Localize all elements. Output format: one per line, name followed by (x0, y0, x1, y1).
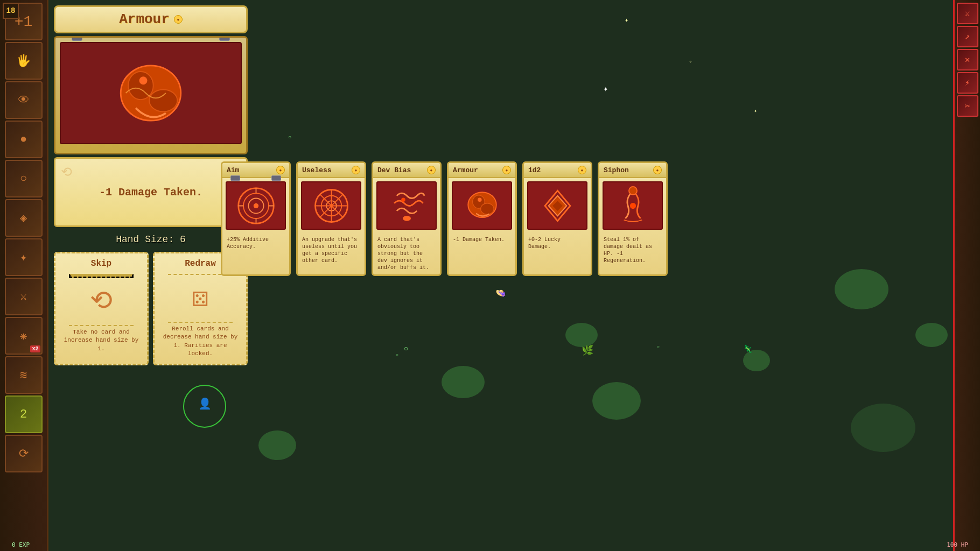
choice-card-1d2[interactable]: 1d2 ● +0-2 Lucky Damage. (522, 161, 592, 276)
choice-card-siphon-desc: Steal 1% of damage dealt as HP. -1 Regen… (599, 233, 666, 267)
svg-point-24 (478, 197, 482, 202)
hp-display: 100 HP (947, 541, 968, 548)
coin-icon: ● (174, 15, 183, 24)
choice-card-armour-body (452, 181, 512, 230)
right-sidebar: ⚔ ↗ ✕ ⚡ ✂ (953, 0, 980, 551)
choice-card-aim-body (226, 181, 286, 230)
sidebar-icon-10: 2 (20, 408, 27, 421)
card-pin-left (72, 36, 82, 41)
svg-point-23 (480, 203, 493, 214)
1d2-art (537, 186, 578, 226)
svg-point-20 (401, 197, 405, 202)
right-item-4[interactable]: ✂ (957, 95, 978, 117)
armour-title-card: Armour ● (54, 5, 248, 33)
1d2-coin-icon: ● (578, 166, 586, 174)
large-card-inner (60, 42, 242, 144)
choice-card-armour-title: Armour (453, 166, 478, 174)
choice-card-1d2-title: 1d2 (528, 166, 541, 174)
choice-card-aim-title: Aim (227, 166, 239, 174)
right-icon-2: ✕ (965, 54, 970, 65)
armour-title-text: Armour (119, 11, 170, 27)
sidebar-item-3[interactable]: ● (5, 121, 43, 158)
description-text: -1 Damage Taken. (99, 186, 202, 199)
useless-coin-icon: ● (352, 166, 360, 174)
svg-point-29 (629, 202, 635, 208)
right-item-0[interactable]: ⚔ (957, 3, 978, 24)
choice-card-devbias-desc: A card that's obviously too strong but t… (373, 233, 440, 274)
redraw-icon: ⚄ (192, 281, 208, 314)
sidebar-icon-4: ○ (20, 172, 27, 186)
choice-card-aim[interactable]: Aim ● +25% Additive Accuracy. (221, 161, 291, 276)
choice-card-siphon-header: Siphon ● (599, 163, 666, 178)
skip-description: Take no card and increase hand size by 1… (61, 328, 142, 353)
aim-coin-icon: ● (276, 166, 285, 174)
svg-point-28 (629, 186, 637, 194)
choice-card-aim-desc: +25% Additive Accuracy. (222, 233, 289, 260)
sidebar-item-1[interactable]: 🖐 (5, 42, 43, 80)
right-item-2[interactable]: ✕ (957, 49, 978, 70)
armour-card-art (61, 43, 241, 143)
choice-card-useless-desc: An upgrade that's useless until you get … (298, 233, 365, 267)
left-sidebar: +1 🖐 👁 ● ○ ◈ ✦ ⚔ ❋ x2 ≋ 2 ⟳ (0, 0, 48, 551)
right-item-3[interactable]: ⚡ (957, 72, 978, 94)
level-badge: 18 (3, 3, 19, 19)
choice-card-devbias-header: Dev Bias ● (373, 163, 440, 178)
action-cards-container: Skip ⟲ Take no card and increase hand si… (54, 252, 248, 365)
redraw-description: Reroll cards and decrease hand size by 1… (160, 325, 241, 358)
sidebar-item-11[interactable]: ⟳ (5, 435, 43, 472)
svg-point-1 (128, 72, 153, 100)
sidebar-badge-8: x2 (30, 345, 40, 352)
choice-card-useless[interactable]: Useless ● An upgrade that's useless unti… (296, 161, 366, 276)
sidebar-icon-11: ⟳ (19, 447, 29, 461)
large-card (54, 36, 248, 154)
choice-card-useless-body (301, 181, 361, 230)
sidebar-item-10[interactable]: 2 (5, 395, 43, 433)
choice-cards-container: Aim ● +25% Additive Accuracy. Useless (221, 161, 668, 276)
skip-title: Skip (91, 259, 111, 269)
armour-coin-icon: ● (502, 166, 511, 174)
svg-point-19 (403, 216, 411, 221)
devbias-coin-icon: ● (427, 166, 436, 174)
aim-art (236, 186, 276, 226)
choice-card-siphon[interactable]: Siphon ● Steal 1% of damage dealt as HP.… (598, 161, 668, 276)
svg-point-7 (253, 203, 258, 208)
sidebar-icon-8: ❋ (20, 329, 27, 343)
sidebar-item-6[interactable]: ✦ (5, 238, 43, 276)
right-item-1[interactable]: ↗ (957, 26, 978, 47)
sidebar-item-5[interactable]: ◈ (5, 199, 43, 237)
choice-card-devbias[interactable]: Dev Bias ● A card that's obviously too s… (372, 161, 442, 276)
skip-card[interactable]: Skip ⟲ Take no card and increase hand si… (54, 252, 149, 365)
choice-card-useless-title: Useless (302, 166, 332, 174)
sidebar-item-4[interactable]: ○ (5, 160, 43, 197)
sidebar-item-2[interactable]: 👁 (5, 81, 43, 119)
sidebar-item-8[interactable]: ❋ x2 (5, 317, 43, 355)
devbias-art (387, 186, 427, 226)
choice-card-devbias-title: Dev Bias (377, 166, 411, 174)
description-card: ⟲ -1 Damage Taken. (54, 157, 248, 227)
sidebar-item-7[interactable]: ⚔ (5, 278, 43, 315)
useless-art (311, 186, 352, 226)
sidebar-icon-2: 👁 (18, 93, 30, 108)
choice-card-devbias-body (376, 181, 437, 230)
choice-card-armour-header: Armour ● (449, 163, 515, 178)
right-icon-1: ↗ (965, 31, 970, 42)
sidebar-icon-1: 🖐 (16, 54, 31, 68)
choice-card-useless-header: Useless ● (298, 163, 365, 178)
choice-card-siphon-body (603, 181, 663, 230)
choice-card-1d2-body (527, 181, 587, 230)
choice-card-1d2-header: 1d2 ● (524, 163, 591, 178)
sidebar-icon-5: ◈ (20, 211, 27, 225)
skip-icon: ⟲ (90, 285, 113, 317)
right-icon-4: ✂ (965, 101, 970, 111)
sidebar-icon-6: ✦ (20, 250, 27, 265)
sidebar-icon-9: ≋ (20, 368, 27, 383)
armour-choice-art (462, 186, 502, 226)
choice-card-1d2-desc: +0-2 Lucky Damage. (524, 233, 591, 260)
choice-card-siphon-title: Siphon (604, 166, 629, 174)
siphon-coin-icon: ● (653, 166, 662, 174)
sidebar-item-9[interactable]: ≋ (5, 356, 43, 394)
choice-card-armour[interactable]: Armour ● -1 Damage Taken. (447, 161, 517, 276)
choice-card-armour-desc: -1 Damage Taken. (449, 233, 515, 260)
right-icon-3: ⚡ (965, 77, 970, 88)
redraw-title: Redraw (185, 259, 216, 269)
